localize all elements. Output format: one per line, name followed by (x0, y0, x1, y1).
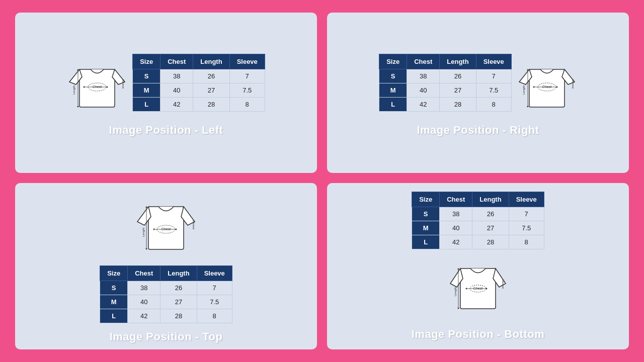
table-bottom: Size Chest Length Sleeve S38267 M40277.5… (412, 192, 544, 249)
svg-marker-8 (77, 69, 79, 70)
svg-text:Length: Length (522, 85, 525, 94)
svg-text:Sleeve: Sleeve (502, 280, 505, 289)
table-row: L42288 (379, 98, 512, 112)
svg-marker-9 (77, 106, 79, 108)
svg-text:Length: Length (72, 85, 75, 94)
card-bottom-label: Image Position - Bottom (412, 328, 545, 341)
svg-text:Length: Length (142, 228, 145, 237)
size-table: Size Chest Length Sleeve S38267 M40277.5… (132, 54, 265, 112)
svg-text:Sleeve: Sleeve (572, 79, 575, 89)
col-length: Length (472, 192, 509, 207)
col-sleeve: Sleeve (509, 192, 544, 207)
svg-marker-19 (527, 69, 529, 70)
col-size: Size (133, 54, 160, 69)
main-grid: Chest Length Sleeve (5, 3, 639, 359)
card-left-inner: Chest Length Sleeve (67, 49, 265, 117)
col-sleeve: Sleeve (476, 54, 511, 69)
shirt-image-left: Chest Length Sleeve (67, 49, 127, 117)
table-row: L42288 (412, 235, 544, 249)
col-size: Size (379, 54, 407, 69)
svg-marker-31 (145, 248, 147, 250)
table-row: M40277.5 (100, 295, 232, 309)
size-table: Size Chest Length Sleeve S38267 M40277.5… (100, 265, 232, 323)
svg-text:Sleeve: Sleeve (192, 220, 195, 230)
shirt-image-bottom: Chest Length Sleeve (448, 253, 508, 321)
size-table: Size Chest Length Sleeve S38267 M40277.5… (412, 192, 544, 249)
col-sleeve: Sleeve (197, 266, 232, 281)
table-row: S38267 (100, 281, 232, 295)
svg-marker-42 (457, 308, 459, 309)
col-length: Length (440, 54, 476, 69)
svg-text:Chest: Chest (473, 287, 482, 290)
svg-marker-41 (457, 268, 459, 269)
col-size: Size (412, 192, 440, 207)
table-row: S38267 (412, 207, 544, 221)
table-left: Size Chest Length Sleeve S38267 M40277.5… (132, 54, 265, 112)
table-row: L42288 (133, 98, 265, 112)
card-top: Chest Length Sleeve Size (15, 183, 317, 349)
svg-text:Chest: Chest (162, 227, 171, 231)
card-left-label: Image Position - Left (109, 124, 223, 137)
card-right: Size Chest Length Sleeve S38267 M40277.5… (327, 13, 629, 173)
col-chest: Chest (128, 266, 160, 281)
svg-marker-30 (145, 206, 147, 208)
shirt-image-right: Chest Length Sleeve (517, 49, 577, 117)
svg-text:Chest: Chest (542, 85, 551, 88)
table-row: L42288 (100, 309, 232, 323)
svg-text:Sleeve: Sleeve (122, 79, 125, 89)
svg-marker-20 (527, 106, 529, 108)
table-row: S38267 (379, 69, 512, 83)
table-row: M40277.5 (412, 221, 544, 235)
svg-text:Chest: Chest (93, 85, 102, 88)
size-table: Size Chest Length Sleeve S38267 M40277.5… (379, 54, 512, 112)
col-length: Length (160, 266, 197, 281)
col-chest: Chest (407, 54, 440, 69)
col-chest: Chest (440, 192, 472, 207)
card-top-label: Image Position - Top (110, 330, 223, 343)
shirt-image-top: Chest Length Sleeve (133, 189, 199, 261)
col-length: Length (193, 54, 229, 69)
card-bottom-inner: Size Chest Length Sleeve S38267 M40277.5… (412, 192, 544, 321)
table-row: S38267 (133, 69, 265, 83)
table-row: M40277.5 (133, 83, 265, 98)
col-chest: Chest (160, 54, 193, 69)
card-right-label: Image Position - Right (417, 124, 539, 137)
svg-text:Length: Length (454, 287, 457, 296)
col-sleeve: Sleeve (229, 54, 265, 69)
table-right: Size Chest Length Sleeve S38267 M40277.5… (379, 54, 512, 112)
table-top: Size Chest Length Sleeve S38267 M40277.5… (100, 265, 232, 323)
card-left: Chest Length Sleeve (15, 13, 317, 173)
col-size: Size (100, 266, 128, 281)
card-right-inner: Size Chest Length Sleeve S38267 M40277.5… (379, 49, 577, 117)
card-bottom: Size Chest Length Sleeve S38267 M40277.5… (327, 183, 629, 349)
table-row: M40277.5 (379, 83, 512, 98)
card-top-inner: Chest Length Sleeve Size (100, 189, 232, 323)
